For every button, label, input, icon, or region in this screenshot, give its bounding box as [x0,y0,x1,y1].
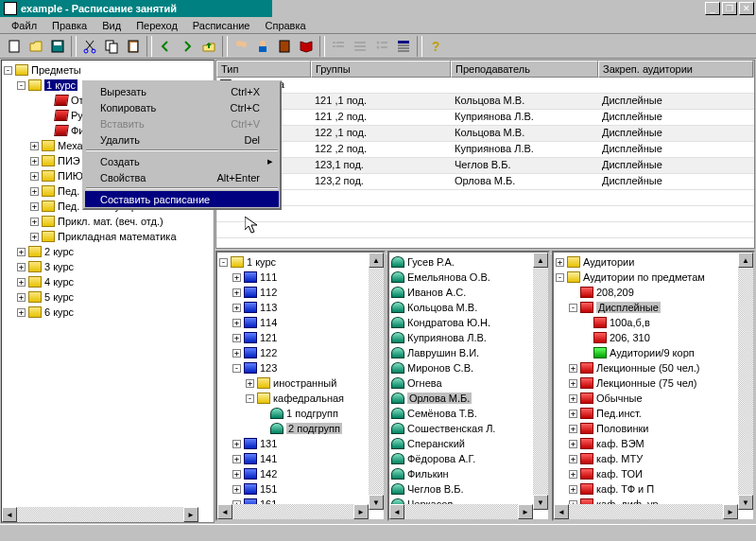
tree-item[interactable]: 206, 310 [556,330,751,345]
tree-item[interactable]: +112 [219,285,382,300]
tree-item[interactable]: +Лекционные (75 чел) [556,375,751,391]
ctx-Вставить[interactable]: ВставитьCtrl+V [85,115,279,131]
tree-item[interactable]: -Дисплейные [556,300,751,315]
tree-item[interactable]: +5 курс [4,289,212,305]
back-button[interactable] [155,36,176,57]
ctx-Удалить[interactable]: УдалитьDel [85,131,279,148]
ctx-Составить расписание[interactable]: Составить расписание [85,191,279,207]
tree-item[interactable]: +131 [219,436,382,451]
new-button[interactable] [4,36,25,57]
list-item[interactable]: Миронов С.В. [391,360,546,375]
list-item[interactable]: Лаврушин В.И. [391,345,546,360]
book-button[interactable] [296,36,317,57]
tree-item[interactable]: +4 курс [4,274,212,289]
forward-button[interactable] [177,36,198,57]
tree-item[interactable]: -Аудитории по предметам [556,270,751,285]
tree-item[interactable]: +142 [219,466,382,481]
tree-item[interactable]: 2 подгрупп [219,421,382,436]
scrollbar-v[interactable]: ▲▼ [738,253,753,504]
tree-item[interactable]: +Аудитории [556,254,751,270]
save-button[interactable] [47,36,68,57]
list-item[interactable]: Гусев Р.А. [391,254,546,270]
open-button[interactable] [26,36,46,57]
people1-button[interactable] [231,36,251,57]
report-button[interactable] [274,36,295,57]
list2-button[interactable] [350,36,370,57]
tree-item[interactable]: 100а,б,в [556,315,751,330]
list-item[interactable]: Куприянова Л.В. [391,330,546,345]
tree-item[interactable]: +2 курс [4,244,212,259]
tree-item[interactable]: +каф. ВЭМ [556,436,751,451]
table-row[interactable]: 122 ,1 под.Кольцова М.В.Дисплейные [216,126,754,142]
tree-item[interactable]: +Пед.инст. [556,406,751,421]
tree-item[interactable]: +114 [219,315,382,330]
col-type[interactable]: Тип [216,61,311,78]
tree-item[interactable]: +каф. МТУ [556,451,751,466]
list-item[interactable]: Емельянова О.В. [391,270,546,285]
ctx-Создать[interactable]: Создать▸ [85,153,279,169]
up-button[interactable] [198,36,219,57]
menu-view[interactable]: Вид [94,18,129,33]
copy-button[interactable] [101,36,122,57]
scrollbar-v[interactable]: ▲▼ [369,253,384,504]
tree-item[interactable]: +121 [219,330,382,345]
tree-item[interactable]: Аудитории/9 корп [556,345,751,360]
tree-item[interactable]: 208,209 [556,285,751,300]
scrollbar-h[interactable]: ◄► [554,504,738,519]
list-item[interactable]: Кондратова Ю.Н. [391,315,546,330]
table-row[interactable]: 121 ,2 под.Куприянова Л.В.Дисплейные [216,110,754,126]
col-groups[interactable]: Группы [311,61,451,78]
scrollbar-h[interactable]: ◄► [2,507,198,522]
scrollbar-h[interactable]: ◄► [217,504,369,519]
ctx-Копировать[interactable]: КопироватьCtrl+C [85,99,279,115]
table-row[interactable]: 122 ,2 под.Куприянова Л.В.Дисплейные [216,142,754,158]
tree-item[interactable]: +Обычные [556,391,751,406]
list-item[interactable]: Сперанский [391,436,546,451]
list-item[interactable]: Иванов А.С. [391,285,546,300]
tree-item[interactable]: +каф. ТОИ [556,466,751,481]
menu-file[interactable]: Файл [4,18,44,33]
tree-item[interactable]: +122 [219,345,382,360]
tree-item[interactable]: +151 [219,481,382,497]
tree-item[interactable]: +иностранный [219,375,382,391]
tree-item[interactable]: +Прикладная математика [4,229,212,244]
scrollbar-v[interactable]: ▲▼ [533,253,548,504]
close-button[interactable]: ✕ [739,2,754,15]
table-row[interactable]: 123,1 под.Чеглов В.Б.Дисплейные [216,158,754,174]
tree-item[interactable]: +113 [219,300,382,315]
list-item[interactable]: Семёнова Т.В. [391,406,546,421]
tree-item[interactable]: -кафедральная [219,391,382,406]
table-row[interactable]: 121 ,1 под.Кольцова М.В.Дисплейные [216,94,754,110]
menu-edit[interactable]: Правка [44,18,94,33]
menu-help[interactable]: Справка [257,18,313,33]
tree-item[interactable]: +Лекционные (50 чел.) [556,360,751,375]
scrollbar-h[interactable]: ◄► [389,504,533,519]
list-item[interactable]: Огнева [391,375,546,391]
tree-item[interactable]: +111 [219,270,382,285]
tree-item[interactable]: 1 подгрупп [219,406,382,421]
tree-item[interactable]: -123 [219,360,382,375]
maximize-button[interactable]: ❐ [722,2,737,15]
people2-button[interactable] [252,36,273,57]
list-item[interactable]: Филькин [391,466,546,481]
tree-item[interactable]: -1 курс [219,254,382,270]
menu-goto[interactable]: Переход [129,18,185,33]
list-item[interactable]: Фёдорова А.Г. [391,451,546,466]
menu-schedule[interactable]: Расписание [185,18,258,33]
details-button[interactable] [393,36,414,57]
ctx-Свойства[interactable]: СвойстваAlt+Enter [85,169,279,185]
paste-button[interactable] [123,36,144,57]
table-row[interactable]: 123,2 под.Орлова М.Б.Дисплейные [216,174,754,190]
list3-button[interactable] [371,36,392,57]
list-item[interactable]: Орлова М.Б. [391,391,546,406]
col-teacher[interactable]: Преподаватель [451,61,598,78]
tree-item[interactable]: +Половинки [556,421,751,436]
list-item[interactable]: Сошественская Л. [391,421,546,436]
tree-item[interactable]: +каф. ТФ и П [556,481,751,497]
tree-item[interactable]: +141 [219,451,382,466]
tree-item[interactable]: +6 курс [4,305,212,320]
help-button[interactable]: ? [425,36,446,57]
col-rooms[interactable]: Закреп. аудитории [598,61,753,78]
tree-item[interactable]: +Прикл. мат. (веч. отд.) [4,214,212,229]
minimize-button[interactable]: _ [705,2,720,15]
